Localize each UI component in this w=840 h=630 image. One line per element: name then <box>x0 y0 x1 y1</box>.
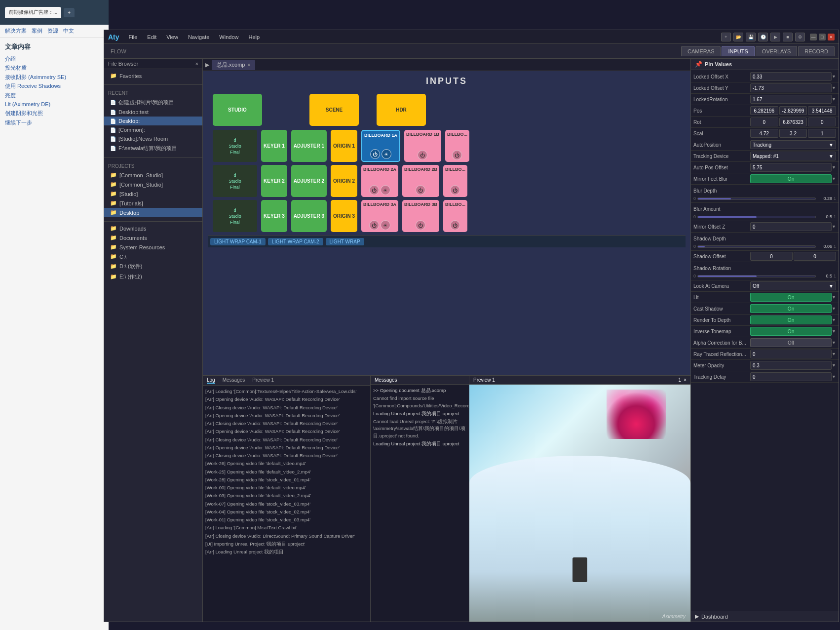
billboard-1b-cell[interactable]: BILLBOARD 1B ⏻ <box>404 130 441 162</box>
toolbar-settings[interactable]: ⚙ <box>795 33 805 41</box>
pin-value-2[interactable]: 0 <box>808 118 836 126</box>
billboard-2a-cell[interactable]: BILLBOARD 2A ⏻ ☀ <box>361 165 398 197</box>
adjuster-2-cell[interactable]: ADJUSTER 2 <box>291 165 327 197</box>
log-tab[interactable]: Log <box>207 377 215 384</box>
recent-item[interactable]: 📄[Studio]:News Room <box>104 134 202 143</box>
pin-dropdown[interactable]: Tracking ▼ <box>750 140 836 149</box>
pin-value-1[interactable]: 0 <box>794 252 836 261</box>
folder-item[interactable]: 📁E:\ (作业) <box>104 272 202 282</box>
toc-item[interactable]: 亮度 <box>5 92 104 99</box>
browser-tab-active[interactable]: 前期摄像机广告牌：... <box>5 7 61 18</box>
folder-item[interactable]: 📁Downloads <box>104 224 202 233</box>
favorites-item[interactable]: 📁 Favorites <box>104 71 202 80</box>
light-wrap-cam3[interactable]: LIGHT WRAP <box>326 238 364 245</box>
project-item[interactable]: 📁[Common_Studio] <box>104 170 202 180</box>
window-maximize[interactable]: □ <box>819 34 826 40</box>
pin-value-off[interactable]: Off <box>750 338 832 347</box>
project-item[interactable]: 📁[Common_Studio] <box>104 180 202 189</box>
toc-item[interactable]: 接收阴影 (Aximmetry SE) <box>5 74 104 81</box>
tab-cameras[interactable]: CAMERAS <box>681 46 721 56</box>
pin-value-2[interactable]: 1 <box>808 129 836 138</box>
hdr-cell[interactable]: HDR <box>377 94 426 126</box>
pin-value-0[interactable]: 0 <box>750 252 793 261</box>
slider-bar[interactable] <box>697 245 816 248</box>
billboard-2b-power[interactable]: ⏻ <box>416 185 425 195</box>
project-item[interactable]: 📁Desktop <box>104 208 202 217</box>
toolbar-open[interactable]: 📂 <box>733 33 743 41</box>
billboard-2a-power[interactable]: ⏻ <box>369 185 379 195</box>
toc-item[interactable]: 介绍 <box>5 55 104 63</box>
billboard-1a-power[interactable]: ⏻ <box>370 149 380 159</box>
adjuster-3-cell[interactable]: ADJUSTER 3 <box>291 200 327 232</box>
pin-value-on[interactable]: On <box>750 293 832 302</box>
pin-value-0[interactable]: 6.282196 <box>750 106 778 115</box>
toolbar-new[interactable]: + <box>721 33 731 41</box>
pin-value[interactable]: 0 <box>750 222 832 231</box>
project-item[interactable]: 📁[Tutorials] <box>104 198 202 208</box>
pin-value-on[interactable]: On <box>750 327 832 336</box>
slider-bar[interactable] <box>697 275 816 277</box>
recent-item[interactable]: 📄Desktop: <box>104 117 202 125</box>
window-close[interactable]: × <box>828 34 835 40</box>
toolbar-stop[interactable]: ■ <box>783 33 793 41</box>
billboard-3b-power[interactable]: ⏻ <box>416 220 425 230</box>
pin-dropdown[interactable]: Off ▼ <box>750 281 836 290</box>
billboard-3a-power[interactable]: ⏻ <box>369 220 379 230</box>
billboard-3a-light[interactable]: ☀ <box>381 220 390 230</box>
billboard-1b-power[interactable]: ⏻ <box>418 150 427 160</box>
recent-item[interactable]: 📄Desktop:test <box>104 108 202 117</box>
billboard-1a-light[interactable]: ☀ <box>382 149 391 159</box>
billboard-3c-power[interactable]: ⏻ <box>450 220 460 230</box>
toolbar-save[interactable]: 💾 <box>746 33 756 41</box>
pin-value[interactable]: -1.73 <box>750 83 832 92</box>
pin-value[interactable]: 0 <box>750 350 832 358</box>
pin-value-2[interactable]: 3.541448 <box>808 106 836 115</box>
preview-close-btn[interactable]: × <box>684 377 687 383</box>
billboard-2c-cell[interactable]: BILLBO... ⏻ <box>443 165 467 197</box>
billboard-1a-cell[interactable]: BILLBOARD 1A ⏻ ☀ <box>361 130 400 162</box>
menu-edit[interactable]: Edit <box>145 33 158 41</box>
billboard-3c-cell[interactable]: BILLBO... ⏻ <box>443 200 467 232</box>
file-browser-close[interactable]: × <box>195 61 198 67</box>
billboard-2a-light[interactable]: ☀ <box>381 185 390 195</box>
menu-file[interactable]: File <box>127 33 140 41</box>
slider-bar[interactable] <box>697 216 816 218</box>
pin-value-0[interactable]: 0 <box>750 118 778 126</box>
recent-item[interactable]: 📄F:\setwala结算\我的项目 <box>104 143 202 154</box>
tab-record[interactable]: RECORD <box>798 46 835 56</box>
billboard-1c-cell[interactable]: BILLBO... ⏻ <box>445 130 469 162</box>
folder-item[interactable]: 📁D:\ (软件) <box>104 261 202 272</box>
file-tab-close[interactable]: × <box>247 62 250 68</box>
file-tab[interactable]: 总品.xcomp × <box>212 60 255 70</box>
tab-inputs[interactable]: INPUTS <box>722 46 754 56</box>
pin-value[interactable]: 5.75 <box>750 163 832 172</box>
toc-item[interactable]: 投光材质 <box>5 64 104 72</box>
toc-item[interactable]: Lit (Aximmetry DE) <box>5 101 104 108</box>
pin-dropdown[interactable]: Mapped: #1 ▼ <box>750 152 836 160</box>
pin-value-on[interactable]: On <box>750 174 832 183</box>
browser-tab-new[interactable]: + <box>64 8 75 17</box>
menu-view[interactable]: View <box>164 33 180 41</box>
pin-value-1[interactable]: -2.829999 <box>779 106 807 115</box>
pin-value-on[interactable]: On <box>750 304 832 313</box>
keyer-1-cell[interactable]: KEYER 1 <box>261 130 287 162</box>
menu-window[interactable]: Window <box>217 33 240 41</box>
billboard-2b-cell[interactable]: BILLBOARD 2B ⏻ <box>402 165 439 197</box>
billboard-1c-power[interactable]: ⏻ <box>452 150 462 160</box>
pin-value[interactable]: 0.33 <box>750 72 832 81</box>
messages-tab-link[interactable]: Messages <box>223 377 245 384</box>
menu-help[interactable]: Help <box>246 33 262 41</box>
scene-cell[interactable]: SCENE <box>309 94 359 126</box>
origin-1-cell[interactable]: ORIGIN 1 <box>331 130 357 162</box>
light-wrap-cam2[interactable]: LIGHT WRAP CAM-2 <box>268 238 323 245</box>
toc-item[interactable]: 继续下一步 <box>5 119 104 126</box>
toc-item[interactable]: 使用 Receive Shadows <box>5 82 104 90</box>
slider-bar[interactable] <box>697 197 816 200</box>
keyer-3-cell[interactable]: KEYER 3 <box>261 200 287 232</box>
pin-value-0[interactable]: 4.72 <box>750 129 778 138</box>
pin-value[interactable]: 0 <box>750 372 832 381</box>
recent-item[interactable]: 📄[Common]: <box>104 125 202 134</box>
pin-value[interactable]: 1.67 <box>750 95 832 104</box>
pin-value-1[interactable]: 3.2 <box>779 129 807 138</box>
adjuster-1-cell[interactable]: ADJUSTER 1 <box>291 130 327 162</box>
